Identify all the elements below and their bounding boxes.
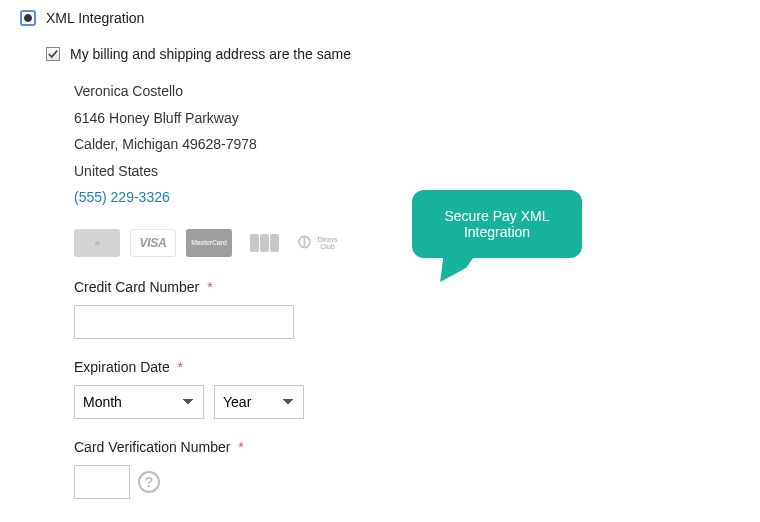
help-icon[interactable]: ?	[138, 471, 160, 493]
radio-icon	[20, 10, 36, 26]
checkbox-checked-icon	[46, 47, 60, 61]
cvv-field: Card Verification Number * ?	[74, 439, 740, 499]
required-mark: *	[178, 359, 183, 375]
required-mark: *	[207, 279, 212, 295]
expiration-field: Expiration Date * Month Year	[74, 359, 740, 419]
exp-month-select[interactable]: Month	[74, 385, 204, 419]
cc-number-input[interactable]	[74, 305, 294, 339]
exp-year-select[interactable]: Year	[214, 385, 304, 419]
jcb-icon	[242, 229, 288, 257]
address-name: Veronica Costello	[74, 78, 740, 105]
diners-icon: Diners Club	[298, 229, 344, 257]
address-street: 6146 Honey Bluff Parkway	[74, 105, 740, 132]
address-country: United States	[74, 158, 740, 185]
address-city: Calder, Michigan 49628-7978	[74, 131, 740, 158]
billing-address: Veronica Costello 6146 Honey Bluff Parkw…	[46, 78, 740, 211]
address-phone[interactable]: (555) 229-3326	[74, 184, 740, 211]
required-mark: *	[238, 439, 243, 455]
same-address-label: My billing and shipping address are the …	[70, 46, 351, 62]
amex-icon: ■	[74, 229, 120, 257]
tooltip-text: Secure Pay XML Integration	[444, 208, 549, 240]
same-address-checkbox[interactable]: My billing and shipping address are the …	[46, 46, 740, 62]
visa-icon: VISA	[130, 229, 176, 257]
cc-number-label: Credit Card Number	[74, 279, 199, 295]
tooltip-bubble: Secure Pay XML Integration	[412, 190, 582, 258]
mastercard-icon: MasterCard	[186, 229, 232, 257]
svg-rect-1	[304, 238, 306, 247]
cvv-input[interactable]	[74, 465, 130, 499]
accepted-cards: ■ VISA MasterCard Diners Club	[46, 229, 740, 257]
expiration-label: Expiration Date	[74, 359, 170, 375]
payment-method-option[interactable]: XML Integration	[20, 10, 740, 26]
payment-method-label: XML Integration	[46, 10, 144, 26]
cc-number-field: Credit Card Number *	[74, 279, 740, 339]
cvv-label: Card Verification Number	[74, 439, 230, 455]
